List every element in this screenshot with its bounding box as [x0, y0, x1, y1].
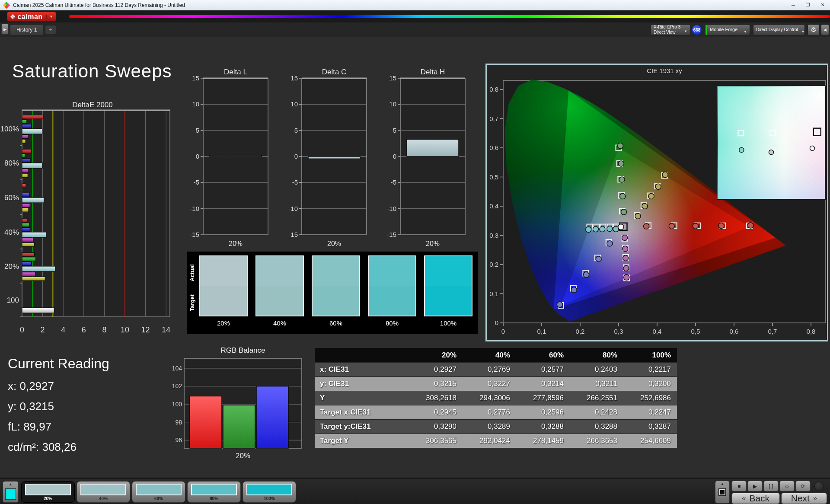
patch-button-60%[interactable]: 60% [132, 481, 185, 503]
cie-x-tick: 0,5 [691, 328, 700, 335]
patch-button-40%[interactable]: 40% [77, 481, 130, 503]
patch-button-100%[interactable]: 100% [243, 481, 296, 503]
table-header-cell: 20% [409, 348, 463, 362]
calman-menu-button[interactable]: ❖ calman ▼ [7, 12, 56, 22]
deltae-group-label: 60% [4, 194, 19, 202]
actual-row-label: Actual [189, 258, 196, 288]
patch-button-20%[interactable]: 20% [21, 481, 75, 503]
delta-y-tick: -10 [190, 205, 199, 212]
collapse-panel-button[interactable]: ◀ [821, 24, 829, 35]
delta-h-chart: Delta H151050-5-10-1520% [382, 68, 469, 253]
back-label: Back [749, 493, 769, 504]
cie-measured-cyan [586, 227, 591, 233]
patch-button-80%[interactable]: 80% [187, 481, 241, 503]
deltae-bar-white [22, 308, 54, 313]
deltae-x-tick: 14 [162, 325, 170, 334]
table-cell: 252,6986 [623, 391, 677, 405]
swatch-label: 60% [312, 319, 360, 327]
delta-y-tick: -10 [288, 205, 298, 212]
cie-measured-cyan [607, 226, 613, 232]
status-led [814, 482, 824, 491]
deltae-x-tick: 10 [121, 325, 129, 334]
next-button[interactable]: Next » [781, 493, 827, 504]
cie-x-tick: 0,3 [614, 328, 623, 335]
deltae-x-tick: 4 [61, 325, 65, 334]
delta-bar [407, 139, 459, 156]
maximize-icon[interactable]: ❐ [801, 0, 815, 10]
patch-color-stack-button[interactable]: ▲ [3, 481, 19, 503]
cie-y-tick: 0,7 [489, 115, 498, 122]
cie-y-tick: 0 [495, 319, 498, 326]
calman-app-icon [3, 2, 10, 8]
deltae-bar-cyan [22, 129, 42, 134]
table-cell: 0,2927 [409, 363, 463, 376]
current-reading-value: x: 0,2927 [8, 380, 54, 393]
cie-measured-yellow [642, 204, 648, 209]
deltae-bar-blue [22, 262, 32, 265]
delta-y-tick: 10 [290, 100, 298, 108]
patch-swatch [25, 484, 71, 495]
calman-brand-label: calman [17, 13, 42, 21]
delta-y-tick: 15 [389, 74, 396, 82]
tab-history-1[interactable]: History 1 [10, 24, 43, 35]
measurement-table: 20%40%60%80%100% x: CIE310,29270,27690,2… [315, 348, 677, 448]
deltae-x-tick: 12 [141, 325, 150, 334]
cie-x-tick: 0,2 [576, 328, 585, 335]
table-row: Y308,2618294,3006277,8596266,2551252,698… [315, 391, 677, 405]
loop-button[interactable]: ⟳ [795, 481, 811, 491]
delta-y-tick: 10 [389, 100, 396, 108]
single-measure-button[interactable]: [·] [763, 481, 779, 491]
table-header-cell: 80% [570, 348, 623, 362]
delta-x-label: 20% [229, 240, 243, 247]
chart-title: RGB Balance [221, 346, 265, 354]
rgb-y-tick: 104 [172, 365, 182, 372]
table-cell: 306,3565 [409, 434, 463, 448]
chart-title: Delta C [322, 68, 347, 76]
rgb-x-label: 20% [236, 452, 250, 460]
deltae-bar-yellow [22, 242, 34, 246]
deltae-bar-green [22, 257, 36, 261]
cie-y-tick: 0,4 [489, 202, 498, 210]
minimize-icon[interactable]: ─ [786, 0, 801, 10]
delta-x-label: 20% [327, 240, 341, 247]
deltae-bar-yellow [22, 208, 29, 212]
chevron-left-icon: ◀ [824, 28, 827, 32]
chevron-down-icon: ▼ [683, 25, 690, 33]
window-title: Calman 2025 Calman Ultimate for Business… [13, 2, 185, 8]
chevron-down-icon: ▼ [743, 25, 750, 34]
cie-measured-blue [584, 272, 589, 278]
meter-id-badge[interactable]: 668 [692, 25, 702, 35]
deltae-bar-blue [22, 124, 32, 128]
swatch-label: 100% [424, 319, 472, 327]
deltae-bar-blue [22, 227, 30, 231]
cie-measured-red [669, 223, 674, 229]
deltae2000-chart: DeltaE 2000100%80%60%40%20%1000246810121… [0, 102, 179, 340]
current-reading-value: y: 0,3215 [8, 400, 54, 413]
settings-gear-button[interactable]: ⚙ [808, 24, 820, 35]
cie-measured-cyan [593, 226, 598, 232]
cie-whitepoint-measured [618, 224, 624, 230]
stop-button[interactable]: ■ [731, 481, 747, 491]
add-tab-button[interactable]: + [45, 25, 56, 34]
cie-measured-magenta [624, 274, 629, 280]
meter-dropdown[interactable]: X-Rite i1Pro 3 Direct View ▼ [651, 24, 690, 35]
display-control-dropdown[interactable]: Direct Display Control ▼ [753, 24, 805, 35]
pattern-window-stack-button[interactable]: ▲ [715, 481, 730, 504]
back-button[interactable]: « Back [731, 493, 780, 504]
history-run-button[interactable]: ▶ [1, 24, 9, 35]
table-row: Target x:CIE310,29450,27760,25960,24280,… [315, 405, 677, 419]
meter-line1: X-Rite i1Pro 3 [654, 25, 680, 29]
close-icon[interactable]: ✕ [815, 0, 830, 10]
deltae-bar-cyan [22, 198, 44, 203]
play-button[interactable]: ▶ [747, 481, 763, 491]
table-row-label: Target Y [315, 434, 409, 448]
table-cell: 278,1459 [516, 434, 570, 448]
calman-app-window: { "window": { "title": "Calman 2025 Calm… [0, 0, 830, 504]
rainbow-spectrum-strip [69, 15, 830, 18]
current-reading-title: Current Reading [8, 356, 109, 372]
chevron-double-left-icon: « [742, 494, 746, 503]
source-dropdown[interactable]: Mobile Forge ▼ [705, 24, 750, 35]
continuous-measure-button[interactable]: ∞ [779, 481, 795, 491]
chevron-down-icon[interactable]: ▼ [46, 15, 53, 19]
cie-measured-red [644, 223, 649, 229]
